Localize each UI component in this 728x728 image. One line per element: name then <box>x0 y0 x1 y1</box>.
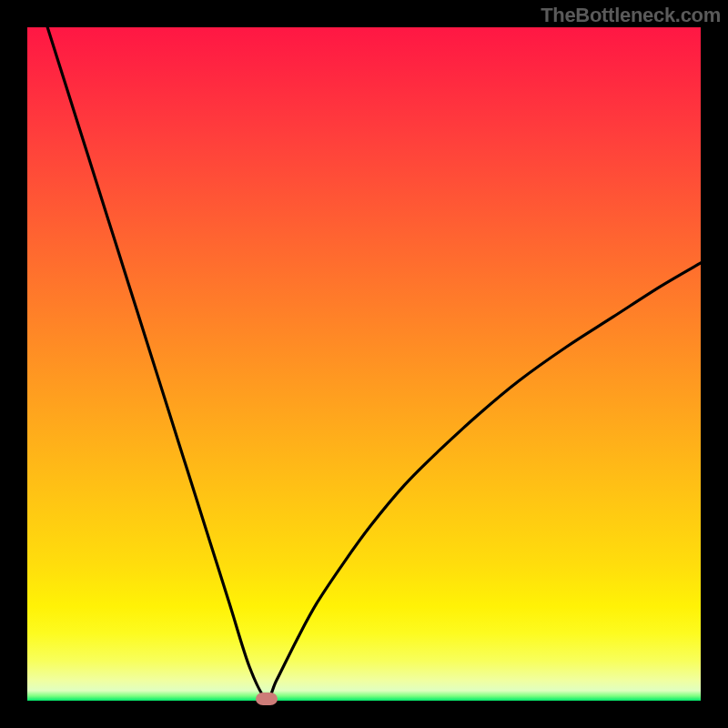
plot-frame <box>27 27 701 701</box>
chart-container: TheBottleneck.com <box>0 0 728 728</box>
attribution-text: TheBottleneck.com <box>541 4 721 27</box>
plot-background-gradient <box>27 27 701 701</box>
optimum-marker <box>256 693 278 705</box>
